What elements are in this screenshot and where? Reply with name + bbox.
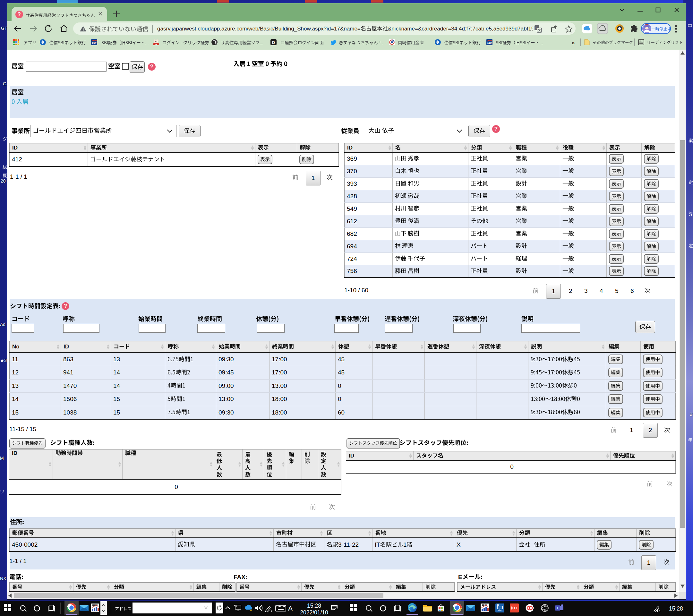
svg-text:SBI: SBI <box>92 41 97 44</box>
svg-text:SBI: SBI <box>487 41 492 44</box>
svg-text:T: T <box>557 606 559 610</box>
svg-text:D: D <box>272 40 275 45</box>
